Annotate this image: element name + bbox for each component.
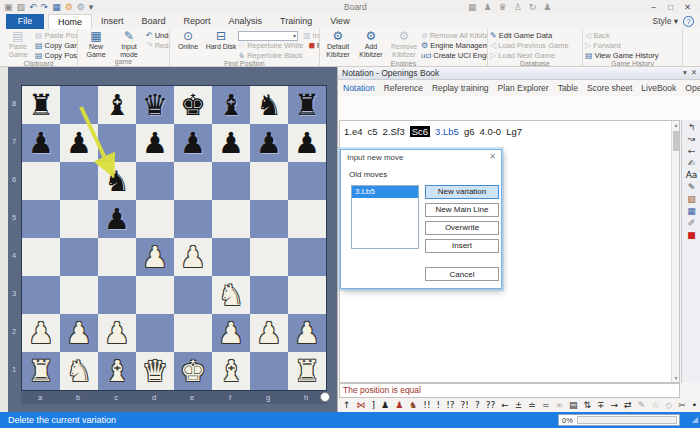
create-uci-engine-button[interactable]: uciCreate UCI Engine bbox=[421, 51, 488, 60]
overwrite-button[interactable]: Overwrite bbox=[425, 221, 499, 235]
square-e3[interactable] bbox=[174, 276, 212, 314]
annotation-symbol-23[interactable]: ☆ bbox=[651, 399, 659, 411]
square-b4[interactable] bbox=[60, 238, 98, 276]
tab-training[interactable]: Training bbox=[271, 14, 321, 29]
notation-tab-notation[interactable]: Notation bbox=[343, 80, 375, 96]
square-a2[interactable]: ♟ bbox=[22, 314, 60, 352]
annotation-symbol-20[interactable]: → bbox=[611, 399, 619, 411]
add-kibitzer-button[interactable]: ⚙Add Kibitzer bbox=[355, 30, 387, 60]
scrollbar-thumb[interactable] bbox=[673, 131, 679, 151]
move-Lg7[interactable]: Lg7 bbox=[506, 126, 522, 137]
square-d5[interactable] bbox=[136, 200, 174, 238]
square-e4[interactable]: ♟ bbox=[174, 238, 212, 276]
square-b1[interactable]: ♞ bbox=[60, 352, 98, 390]
annotation-symbol-9[interactable]: ?! bbox=[461, 399, 469, 411]
insert-button[interactable]: Insert bbox=[425, 239, 499, 253]
tab-analysis[interactable]: Analysis bbox=[220, 14, 272, 29]
move-Sc6[interactable]: Sc6 bbox=[410, 126, 430, 137]
panel-collapse-icon[interactable]: ▾ bbox=[683, 67, 687, 79]
annotation-symbol-13[interactable]: ± bbox=[515, 399, 523, 411]
notation-tab-table[interactable]: Table bbox=[558, 80, 578, 96]
square-b3[interactable] bbox=[60, 276, 98, 314]
redo-button[interactable]: ↷Redo bbox=[146, 41, 170, 50]
annotation-symbol-19[interactable]: ∓ bbox=[597, 399, 605, 411]
square-f5[interactable] bbox=[212, 200, 250, 238]
square-b5[interactable] bbox=[60, 200, 98, 238]
square-h1[interactable]: ♜ bbox=[288, 352, 326, 390]
square-e8[interactable]: ♚ bbox=[174, 86, 212, 124]
notation-scrollbar[interactable]: ▲ ▼ bbox=[671, 121, 679, 382]
square-c3[interactable] bbox=[98, 276, 136, 314]
tab-insert[interactable]: Insert bbox=[92, 14, 133, 29]
tab-file[interactable]: File bbox=[6, 14, 44, 29]
square-g7[interactable]: ♟ bbox=[250, 124, 288, 162]
new-main-line-button[interactable]: New Main Line bbox=[425, 203, 499, 217]
maximize-button[interactable]: □ bbox=[662, 0, 679, 14]
new-variation-button[interactable]: New variation bbox=[425, 185, 499, 199]
square-a8[interactable]: ♜ bbox=[22, 86, 60, 124]
image-icon[interactable]: ▨ bbox=[17, 1, 26, 13]
square-g2[interactable]: ♟ bbox=[250, 314, 288, 352]
annotation-symbol-17[interactable]: ▤ bbox=[569, 399, 578, 411]
quick-access-dropdown-icon[interactable]: ▾ bbox=[89, 1, 94, 13]
square-f2[interactable]: ♟ bbox=[212, 314, 250, 352]
default-kibitzer-button[interactable]: ⚙Default Kibitzer bbox=[322, 30, 354, 60]
view-game-history-button[interactable]: ▤View Game History bbox=[585, 51, 659, 60]
notation-tab-openings-book[interactable]: Openings Book bbox=[685, 80, 700, 96]
square-f3[interactable]: ♞ bbox=[212, 276, 250, 314]
square-b2[interactable]: ♟ bbox=[60, 314, 98, 352]
notation-tab-score-sheet[interactable]: Score sheet bbox=[587, 80, 632, 96]
notation-tab-replay-training[interactable]: Replay training bbox=[432, 80, 489, 96]
square-a1[interactable]: ♜ bbox=[22, 352, 60, 390]
text-size-icon[interactable]: Aa bbox=[686, 170, 698, 181]
in-this-game-button[interactable]: ▥In this Game bbox=[303, 31, 320, 40]
player-status-icon[interactable]: ♟ bbox=[543, 1, 551, 13]
annotation-symbol-16[interactable]: ∞ bbox=[555, 399, 563, 411]
square-g8[interactable]: ♞ bbox=[250, 86, 288, 124]
notation-tab-livebook[interactable]: LiveBook bbox=[641, 80, 676, 96]
square-g6[interactable] bbox=[250, 162, 288, 200]
square-a3[interactable] bbox=[22, 276, 60, 314]
repertoire-black-button[interactable]: ♞Repertoire Black bbox=[238, 51, 303, 60]
square-a6[interactable] bbox=[22, 162, 60, 200]
input-mode-button[interactable]: ✎Input mode bbox=[113, 30, 145, 58]
move-g6[interactable]: g6 bbox=[464, 126, 475, 137]
square-d2[interactable] bbox=[136, 314, 174, 352]
square-e5[interactable] bbox=[174, 200, 212, 238]
square-d7[interactable]: ♟ bbox=[136, 124, 174, 162]
move-1-e4[interactable]: 1.e4 bbox=[344, 126, 363, 137]
annotation-symbol-8[interactable]: !? bbox=[446, 399, 454, 411]
square-g5[interactable] bbox=[250, 200, 288, 238]
online-button[interactable]: ⊙Online bbox=[172, 30, 204, 60]
resize-grip-icon[interactable]: ◢ bbox=[692, 415, 698, 424]
annotation-symbol-3[interactable]: ♟ bbox=[381, 399, 389, 411]
copy-game-button[interactable]: ▤Copy Game bbox=[35, 41, 78, 50]
cancel-button[interactable]: Cancel bbox=[425, 267, 499, 281]
board-icon[interactable]: ▦ bbox=[52, 1, 61, 13]
paint-squares-icon[interactable]: ▨ bbox=[687, 194, 696, 205]
annotation-symbol-10[interactable]: ? bbox=[475, 399, 480, 411]
find-in-shop-button[interactable]: ◼Find in Shop bbox=[308, 41, 320, 50]
square-d3[interactable] bbox=[136, 276, 174, 314]
redo-icon[interactable]: ↷ bbox=[41, 1, 49, 13]
move-4-0-0[interactable]: 4.0-0 bbox=[479, 126, 501, 137]
style-dropdown[interactable]: Style ▾ bbox=[652, 14, 678, 29]
annotation-symbol-11[interactable]: ?? bbox=[486, 399, 496, 411]
annotation-symbol-25[interactable]: ✂ bbox=[678, 399, 686, 411]
close-button[interactable]: ✕ bbox=[679, 0, 696, 14]
square-g4[interactable] bbox=[250, 238, 288, 276]
settings-gear-icon[interactable]: ⚙ bbox=[65, 1, 73, 13]
annotation-symbol-14[interactable]: ≐ bbox=[528, 399, 536, 411]
help-button[interactable]: ? bbox=[683, 16, 694, 27]
square-h5[interactable] bbox=[288, 200, 326, 238]
board-window-icon[interactable]: ▦ bbox=[468, 1, 477, 13]
annotate-pen-icon[interactable]: ✎ bbox=[688, 182, 696, 193]
square-a7[interactable]: ♟ bbox=[22, 124, 60, 162]
remove-kibitzer-button[interactable]: ⚙Remove Kibitzer bbox=[388, 30, 420, 60]
square-a5[interactable] bbox=[22, 200, 60, 238]
annotation-symbol-1[interactable]: ⋈ bbox=[357, 399, 366, 411]
crown-icon[interactable]: ♛ bbox=[499, 1, 507, 13]
engine-management-button[interactable]: ⚙Engine Management bbox=[421, 41, 488, 50]
square-a4[interactable] bbox=[22, 238, 60, 276]
hard-disk-button[interactable]: ⊟Hard Disk bbox=[205, 30, 237, 60]
